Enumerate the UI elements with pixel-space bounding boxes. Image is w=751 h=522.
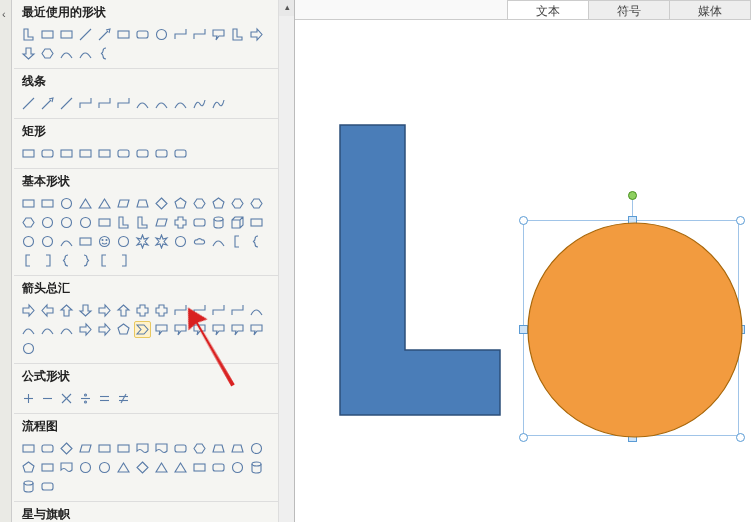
- shape-freeform-icon[interactable]: [191, 95, 208, 112]
- shape-heart-icon[interactable]: [115, 233, 132, 250]
- shape-diamond-icon[interactable]: [153, 195, 170, 212]
- shape-l-icon[interactable]: [20, 26, 37, 43]
- tab-symbol[interactable]: 符号: [588, 0, 670, 19]
- shape-collate-icon[interactable]: [115, 459, 132, 476]
- shape-conn1-icon[interactable]: [172, 26, 189, 43]
- shape-lru-icon[interactable]: [153, 302, 170, 319]
- shape-lightning-icon[interactable]: [134, 233, 151, 250]
- shape-fold-icon[interactable]: [77, 233, 94, 250]
- shape-dcallout-icon[interactable]: [172, 321, 189, 338]
- shape-uturn-icon[interactable]: [191, 302, 208, 319]
- shape-seq-access-icon[interactable]: [229, 459, 246, 476]
- shape-process-icon[interactable]: [20, 440, 37, 457]
- shape-hex-icon[interactable]: [39, 45, 56, 62]
- shape-circular-icon[interactable]: [20, 340, 37, 357]
- shape-line-icon[interactable]: [77, 26, 94, 43]
- shape-notched-icon[interactable]: [96, 321, 113, 338]
- circle-shape-object[interactable]: [525, 220, 745, 440]
- shape-donut-icon[interactable]: [20, 233, 37, 250]
- shape-no-icon[interactable]: [39, 233, 56, 250]
- shape-predef-icon[interactable]: [96, 440, 113, 457]
- shape-plus-icon[interactable]: [20, 390, 37, 407]
- shape-half-frame-icon[interactable]: [115, 214, 132, 231]
- shape-doc-icon[interactable]: [134, 440, 151, 457]
- shape-display-icon[interactable]: [39, 478, 56, 495]
- canvas[interactable]: [295, 20, 751, 522]
- shape-curve-arrow-icon[interactable]: [153, 95, 170, 112]
- shape-para-icon[interactable]: [115, 195, 132, 212]
- shape-smiley-icon[interactable]: [96, 233, 113, 250]
- shape-manual-op-icon[interactable]: [229, 440, 246, 457]
- shape-neq-icon[interactable]: [115, 390, 132, 407]
- shape-direct-icon[interactable]: [248, 459, 265, 476]
- shape-decision-icon[interactable]: [58, 440, 75, 457]
- shape-rarrow-icon[interactable]: [20, 302, 37, 319]
- shape-pent-icon[interactable]: [172, 195, 189, 212]
- shape-curved-l-icon[interactable]: [20, 321, 37, 338]
- shape-lrcallout-icon[interactable]: [229, 321, 246, 338]
- shape-l2-icon[interactable]: [229, 26, 246, 43]
- shape-cube-icon[interactable]: [229, 214, 246, 231]
- shape-curved-r-icon[interactable]: [248, 302, 265, 319]
- shape-striped-icon[interactable]: [77, 321, 94, 338]
- scroll-up-icon[interactable]: ▴: [279, 0, 295, 16]
- shape-lbrace-icon[interactable]: [58, 252, 75, 269]
- shape-curve-icon[interactable]: [58, 45, 75, 62]
- shape-oval-icon[interactable]: [58, 195, 75, 212]
- shape-line-icon[interactable]: [20, 95, 37, 112]
- shape-round1-icon[interactable]: [115, 145, 132, 162]
- shape-rrect-icon[interactable]: [39, 145, 56, 162]
- rotation-handle[interactable]: [628, 191, 637, 200]
- shape-arrow-icon[interactable]: [39, 95, 56, 112]
- shape-dodec-icon[interactable]: [20, 214, 37, 231]
- shape-terminator-icon[interactable]: [172, 440, 189, 457]
- shape-minus-icon[interactable]: [39, 390, 56, 407]
- shape-line-arrow-icon[interactable]: [96, 26, 113, 43]
- shape-hept-icon[interactable]: [210, 195, 227, 212]
- shape-udarrow-icon[interactable]: [115, 302, 132, 319]
- shape-connector-icon[interactable]: [248, 440, 265, 457]
- shape-lup-icon[interactable]: [210, 302, 227, 319]
- shape-scribble-icon[interactable]: [210, 95, 227, 112]
- shape-offpage-icon[interactable]: [20, 459, 37, 476]
- shape-double-icon[interactable]: [58, 95, 75, 112]
- shape-plaque-icon[interactable]: [191, 214, 208, 231]
- shape-darrow-icon[interactable]: [20, 45, 37, 62]
- shape-hex-icon[interactable]: [191, 195, 208, 212]
- shape-elbow-arrow-icon[interactable]: [96, 95, 113, 112]
- shape-sun-icon[interactable]: [153, 233, 170, 250]
- shape-rarrow-icon[interactable]: [248, 26, 265, 43]
- shape-oct-icon[interactable]: [229, 195, 246, 212]
- shape-merge-icon[interactable]: [172, 459, 189, 476]
- shape-textbox-icon[interactable]: [20, 195, 37, 212]
- shape-tear-icon[interactable]: [77, 214, 94, 231]
- shape-curve-icon[interactable]: [134, 95, 151, 112]
- shape-rrect-icon[interactable]: [134, 26, 151, 43]
- shape-stored-icon[interactable]: [191, 459, 208, 476]
- shape-diag-stripe-icon[interactable]: [153, 214, 170, 231]
- shape-can-icon[interactable]: [210, 214, 227, 231]
- shape-trap-icon[interactable]: [134, 195, 151, 212]
- shape-curved-u-icon[interactable]: [39, 321, 56, 338]
- shape-quad-icon[interactable]: [134, 302, 151, 319]
- scrollbar[interactable]: ▴: [278, 0, 294, 522]
- shape-rect-icon[interactable]: [20, 145, 37, 162]
- shape-bent-up-icon[interactable]: [229, 302, 246, 319]
- shape-mult-icon[interactable]: [58, 390, 75, 407]
- shape-tape-icon[interactable]: [58, 459, 75, 476]
- shape-dbracket-icon[interactable]: [229, 233, 246, 250]
- shape-lrarrow-icon[interactable]: [96, 302, 113, 319]
- shape-pentagon-icon[interactable]: [115, 321, 132, 338]
- shape-bent-icon[interactable]: [172, 302, 189, 319]
- shape-rbrace-icon[interactable]: [77, 252, 94, 269]
- shape-sort-icon[interactable]: [134, 459, 151, 476]
- shape-quadcallout-icon[interactable]: [248, 321, 265, 338]
- shape-data-icon[interactable]: [77, 440, 94, 457]
- shape-manual-input-icon[interactable]: [210, 440, 227, 457]
- shape-eq-icon[interactable]: [96, 390, 113, 407]
- shape-elbow-icon[interactable]: [77, 95, 94, 112]
- shape-arc-icon[interactable]: [77, 45, 94, 62]
- tab-text[interactable]: 文本: [507, 0, 589, 19]
- shape-cloud-icon[interactable]: [191, 233, 208, 250]
- shape-card-icon[interactable]: [39, 459, 56, 476]
